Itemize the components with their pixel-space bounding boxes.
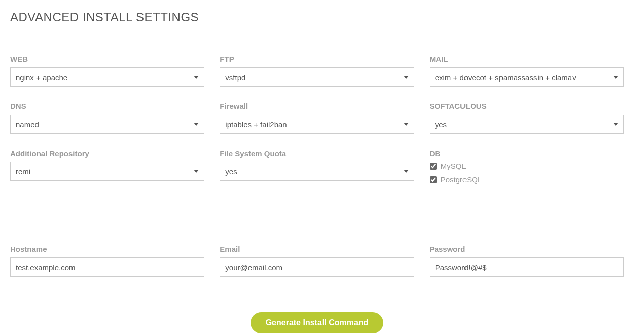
db-label: DB: [430, 149, 624, 158]
postgresql-checkbox[interactable]: [430, 176, 437, 183]
email-input[interactable]: [220, 257, 414, 277]
dns-label: DNS: [10, 102, 204, 110]
mysql-checkbox[interactable]: [430, 163, 437, 170]
mail-label: MAIL: [430, 55, 624, 63]
hostname-group: Hostname: [10, 245, 204, 277]
web-select[interactable]: nginx + apache: [10, 67, 204, 87]
mail-select[interactable]: exim + dovecot + spamassassin + clamav: [430, 67, 624, 87]
web-group: WEB nginx + apache: [10, 55, 204, 87]
email-label: Email: [220, 245, 414, 253]
password-label: Password: [430, 245, 624, 253]
dns-group: DNS named: [10, 102, 204, 134]
ftp-group: FTP vsftpd: [220, 55, 414, 87]
button-row: Generate Install Command: [10, 312, 624, 333]
firewall-label: Firewall: [220, 102, 414, 110]
mysql-row: MySQL: [430, 162, 624, 170]
repo-group: Additional Repository remi: [10, 149, 204, 189]
password-group: Password: [430, 245, 624, 277]
dns-select[interactable]: named: [10, 115, 204, 134]
email-group: Email: [220, 245, 414, 277]
firewall-select[interactable]: iptables + fail2ban: [220, 115, 414, 134]
hostname-input[interactable]: [10, 257, 204, 277]
mail-group: MAIL exim + dovecot + spamassassin + cla…: [430, 55, 624, 87]
ftp-label: FTP: [220, 55, 414, 63]
quota-group: File System Quota yes: [220, 149, 414, 189]
db-group: DB MySQL PostgreSQL: [430, 149, 624, 189]
firewall-group: Firewall iptables + fail2ban: [220, 102, 414, 134]
generate-button[interactable]: Generate Install Command: [251, 312, 384, 333]
postgresql-row: PostgreSQL: [430, 175, 624, 184]
quota-select[interactable]: yes: [220, 162, 414, 181]
softaculous-group: SOFTACULOUS yes: [430, 102, 624, 134]
postgresql-checkbox-label: PostgreSQL: [441, 175, 482, 184]
softaculous-select[interactable]: yes: [430, 115, 624, 134]
password-input[interactable]: [430, 257, 624, 277]
mysql-checkbox-label: MySQL: [441, 162, 466, 170]
web-label: WEB: [10, 55, 204, 63]
repo-label: Additional Repository: [10, 149, 204, 158]
hostname-label: Hostname: [10, 245, 204, 253]
page-title: ADVANCED INSTALL SETTINGS: [10, 10, 634, 24]
softaculous-label: SOFTACULOUS: [430, 102, 624, 110]
spacer: [10, 204, 624, 230]
repo-select[interactable]: remi: [10, 162, 204, 181]
ftp-select[interactable]: vsftpd: [220, 67, 414, 87]
quota-label: File System Quota: [220, 149, 414, 158]
